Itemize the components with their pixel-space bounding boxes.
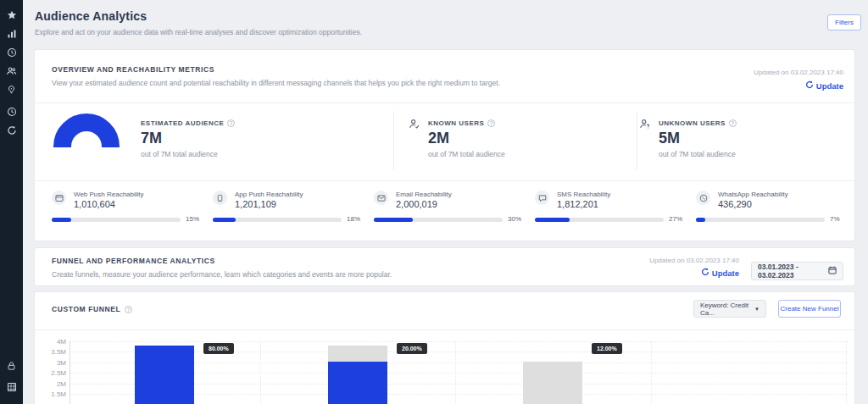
funnel-card-description: Create funnels, measure your audience pe… <box>52 270 392 279</box>
audience-analytics-page: Audience Analytics Explore and act on yo… <box>0 0 868 404</box>
metric-subtext: out of 7M total audience <box>659 150 736 158</box>
overview-update-label: Update <box>816 81 843 91</box>
filters-button[interactable]: Filters <box>827 14 861 30</box>
funnel-bar-remainder[interactable] <box>328 346 387 362</box>
help-icon[interactable]: ? <box>227 119 235 127</box>
metric-label-text: UNKNOWN USERS <box>659 119 726 127</box>
funnel-percent-badge: 80.00% <box>203 343 234 354</box>
reachability-percent: 18% <box>347 215 360 223</box>
reachability-label: Email Reachability <box>396 191 452 198</box>
funnel-bar-completed[interactable] <box>328 362 387 404</box>
history-icon[interactable] <box>0 104 23 119</box>
divider <box>35 102 854 103</box>
overview-update-button[interactable]: Update <box>805 80 843 91</box>
create-new-funnel-button[interactable]: Create New Funnel <box>778 300 841 318</box>
half-donut-chart <box>53 113 120 147</box>
grid-icon[interactable] <box>0 379 23 395</box>
metric-label-text: ESTIMATED AUDIENCE <box>141 119 224 127</box>
sync-icon[interactable] <box>0 123 23 138</box>
overview-card-title: OVERVIEW AND REACHABILITY METRICS <box>52 65 214 74</box>
chart-gridline <box>455 341 456 404</box>
overview-card-description: View your estimated audience count and p… <box>52 79 500 87</box>
chart-ytick-label: 3M <box>34 359 66 367</box>
page-subtitle: Explore and act on your audience data wi… <box>35 28 362 36</box>
divider <box>637 111 637 170</box>
divider <box>35 329 854 330</box>
reachability-progress-fill <box>535 218 570 222</box>
funnel-bar-remainder[interactable] <box>523 362 582 404</box>
pin-icon[interactable] <box>0 82 23 97</box>
chart-ytick-label: 1.5M <box>34 390 66 398</box>
funnel-percent-badge: 20.00% <box>397 343 427 354</box>
reachability-label: Web Push Reachability <box>74 191 144 198</box>
user-check-icon <box>409 118 420 133</box>
help-icon[interactable]: ? <box>125 306 132 313</box>
chart-ytick-label: 2.5M <box>34 369 66 377</box>
reachability-progress-track <box>374 218 503 222</box>
reachability-progress-track <box>696 218 825 222</box>
metric-value: 2M <box>428 130 449 147</box>
reachability-value: 1,201,109 <box>235 199 276 209</box>
overview-card: OVERVIEW AND REACHABILITY METRICS View y… <box>34 49 855 241</box>
page-title: Audience Analytics <box>35 9 147 23</box>
help-icon[interactable]: ? <box>487 119 495 127</box>
overview-updated-text: Updated on 03.02.2023 17:40 <box>754 69 843 76</box>
metric-value: 5M <box>659 130 680 147</box>
reachability-progress-track <box>535 218 664 222</box>
mobile-icon <box>213 191 227 205</box>
chart-gridline <box>651 341 652 404</box>
reachability-value: 436,290 <box>718 199 752 209</box>
metric-subtext: out of 7M total audience <box>428 150 505 158</box>
whatsapp-icon <box>696 191 710 205</box>
funnel-update-label: Update <box>712 268 739 278</box>
reachability-value: 1,812,201 <box>557 199 598 209</box>
reachability-item: Email Reachability2,000,01930% <box>374 189 526 231</box>
reachability-progress-fill <box>213 218 236 222</box>
reachability-percent: 30% <box>508 215 521 223</box>
funnel-bar-completed[interactable] <box>135 346 194 404</box>
metric-label-text: KNOWN USERS <box>428 119 484 127</box>
email-icon <box>374 191 388 205</box>
chart-ytick-label: 3.5M <box>34 348 66 356</box>
chart-gridline <box>260 341 261 404</box>
refresh-icon <box>805 80 814 91</box>
reachability-progress-track <box>213 218 342 222</box>
user-question-icon <box>639 118 650 133</box>
reachability-item: App Push Reachability1,201,10918% <box>213 189 365 231</box>
funnel-percent-badge: 12.00% <box>592 343 622 354</box>
chart-gridline <box>70 341 848 342</box>
reachability-progress-track <box>52 218 181 222</box>
date-range-picker[interactable]: 03.01.2023 - 03.02.2023 <box>751 262 843 280</box>
metric-label: ESTIMATED AUDIENCE? <box>141 119 235 127</box>
star-icon[interactable] <box>0 8 23 23</box>
bar-chart-icon[interactable] <box>0 26 23 42</box>
reachability-label: WhatsApp Reachability <box>718 191 788 198</box>
lock-icon[interactable] <box>0 358 23 374</box>
users-icon[interactable] <box>0 64 23 79</box>
reachability-percent: 7% <box>830 215 840 223</box>
keyword-dropdown-value: Keyword: Credit Ca... <box>700 302 754 317</box>
custom-funnel-title: CUSTOM FUNNEL <box>52 305 120 313</box>
funnel-bar-chart: 4M3.5M3M2.5M2M1.5M80.00%20.00%12.00% <box>0 335 868 404</box>
sidebar <box>0 0 23 404</box>
compass-icon[interactable] <box>0 45 23 60</box>
funnel-update-button[interactable]: Update <box>701 268 739 278</box>
reachability-percent: 27% <box>669 215 682 223</box>
reachability-progress-fill <box>52 218 71 222</box>
keyword-dropdown[interactable]: Keyword: Credit Ca... ▼ <box>693 300 766 318</box>
chevron-down-icon: ▼ <box>754 307 760 312</box>
divider <box>35 180 854 181</box>
half-donut-ring <box>53 113 120 147</box>
custom-funnel-title-row: CUSTOM FUNNEL ? <box>52 305 132 313</box>
date-range-value: 03.01.2023 - 03.02.2023 <box>758 263 828 279</box>
reachability-value: 1,010,604 <box>74 199 115 209</box>
chart-y-axis <box>70 341 70 404</box>
chart-ytick-label: 2M <box>34 380 66 388</box>
chart-gridline <box>846 341 847 404</box>
reachability-item: WhatsApp Reachability436,2907% <box>696 189 849 231</box>
help-icon[interactable]: ? <box>729 119 737 127</box>
divider <box>393 111 394 170</box>
metric-subtext: out of 7M total audience <box>141 150 218 158</box>
chart-ytick-label: 4M <box>34 338 66 346</box>
reachability-label: App Push Reachability <box>235 191 303 198</box>
